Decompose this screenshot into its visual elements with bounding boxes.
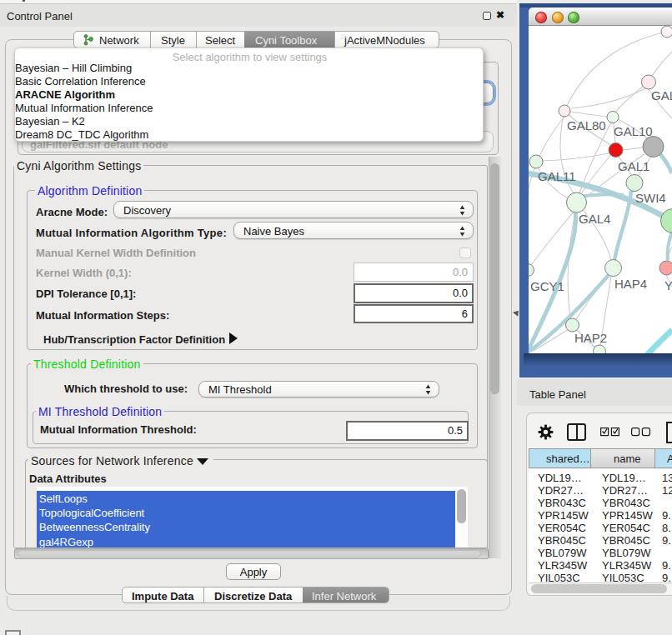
svg-text:HAP2: HAP2 (574, 331, 607, 345)
svg-text:HAP4: HAP4 (614, 277, 647, 291)
svg-text:GAL10: GAL10 (614, 124, 653, 138)
svg-text:GCY1: GCY1 (530, 279, 564, 293)
svg-text:GAL11: GAL11 (538, 169, 576, 183)
svg-text:GAL80: GAL80 (567, 118, 606, 132)
svg-text:GAL: GAL (651, 88, 672, 102)
svg-text:GAL1: GAL1 (618, 159, 649, 173)
svg-text:Y: Y (664, 278, 672, 292)
svg-text:SWI4: SWI4 (635, 191, 666, 205)
svg-text:GAL4: GAL4 (579, 212, 610, 226)
